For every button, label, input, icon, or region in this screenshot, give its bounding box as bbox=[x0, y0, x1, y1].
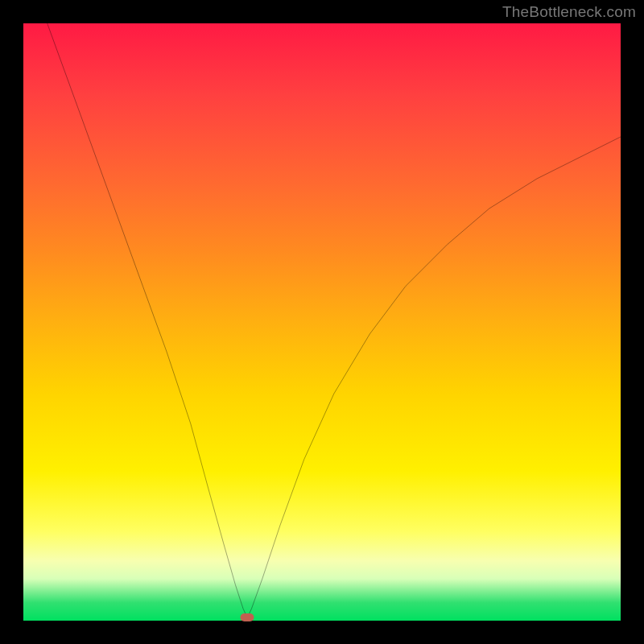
watermark-text: TheBottleneck.com bbox=[502, 3, 636, 21]
bottleneck-curve bbox=[23, 23, 621, 621]
optimal-point-marker bbox=[241, 613, 254, 621]
chart-frame: TheBottleneck.com bbox=[0, 0, 644, 644]
chart-plot-area bbox=[23, 23, 621, 621]
curve-path bbox=[47, 23, 621, 617]
